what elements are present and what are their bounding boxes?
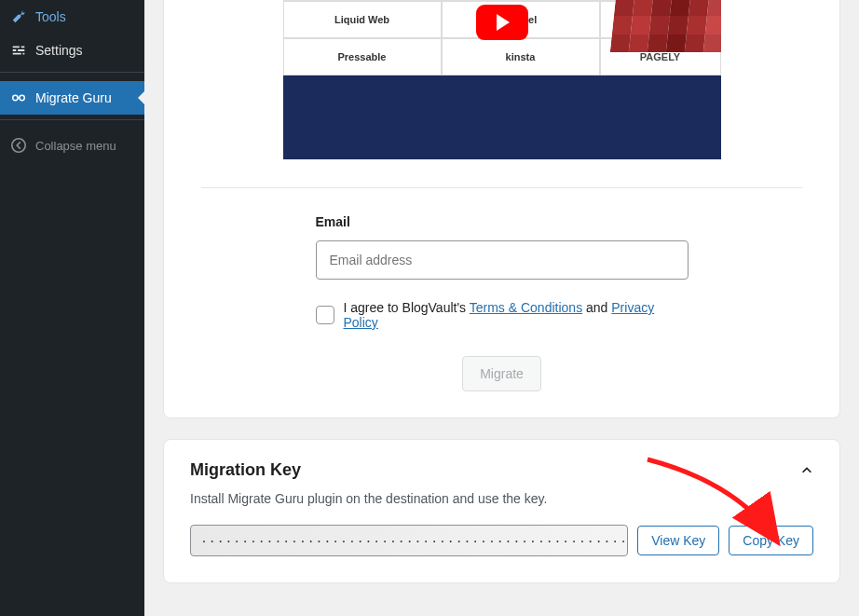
wrench-icon — [9, 7, 28, 26]
sidebar-item-label: Migrate Guru — [35, 90, 112, 105]
svg-point-2 — [12, 139, 25, 152]
sidebar-separator — [0, 72, 144, 76]
migrate-icon — [9, 89, 28, 107]
sidebar-item-label: Tools — [35, 9, 66, 24]
admin-sidebar: Tools Settings Migrate Guru Collapse men… — [0, 0, 144, 616]
play-icon[interactable] — [476, 5, 528, 40]
migration-key-title: Migration Key — [190, 460, 301, 480]
video-thumbnail[interactable]: bluehost HostGator WPengine Drea A2 HOST… — [283, 0, 721, 159]
sidebar-item-migrate-guru[interactable]: Migrate Guru — [0, 81, 144, 115]
agree-checkbox[interactable] — [316, 306, 334, 324]
sidebar-item-label: Settings — [35, 43, 83, 58]
svg-point-1 — [20, 95, 24, 100]
copy-key-button[interactable]: Copy Key — [729, 526, 813, 555]
email-input[interactable] — [316, 240, 689, 280]
terms-link[interactable]: Terms & Conditions — [470, 300, 582, 315]
collapse-icon — [9, 136, 28, 155]
migration-key-desc: Install Migrate Guru plugin on the desti… — [190, 491, 813, 506]
sidebar-item-tools[interactable]: Tools — [0, 0, 144, 34]
sidebar-item-collapse[interactable]: Collapse menu — [0, 129, 144, 162]
sidebar-item-label: Collapse menu — [35, 139, 116, 153]
logo-cell: kinsta — [442, 38, 600, 75]
sidebar-separator — [0, 119, 144, 124]
main-content: bluehost HostGator WPengine Drea A2 HOST… — [144, 0, 859, 616]
logo-cell: Liquid Web — [283, 1, 442, 38]
migrate-form-card: bluehost HostGator WPengine Drea A2 HOST… — [163, 0, 840, 418]
agree-row: I agree to BlogVault's Terms & Condition… — [316, 300, 689, 330]
chevron-up-icon[interactable] — [800, 464, 813, 477]
migrate-button[interactable]: Migrate — [462, 356, 541, 391]
migrate-form: Email I agree to BlogVault's Terms & Con… — [201, 187, 802, 391]
sliders-icon — [9, 41, 28, 60]
logo-grid: bluehost HostGator WPengine Drea A2 HOST… — [283, 0, 600, 159]
logo-cell: Pressable — [283, 38, 442, 75]
migration-key-field[interactable]: ········································… — [190, 525, 628, 556]
view-key-button[interactable]: View Key — [637, 526, 719, 555]
email-label: Email — [316, 214, 689, 229]
pixelated-overlay — [609, 0, 720, 52]
migration-key-card: Migration Key Install Migrate Guru plugi… — [163, 439, 840, 583]
sidebar-item-settings[interactable]: Settings — [0, 34, 144, 67]
agree-text: I agree to BlogVault's Terms & Condition… — [344, 300, 689, 330]
svg-point-0 — [13, 95, 18, 100]
